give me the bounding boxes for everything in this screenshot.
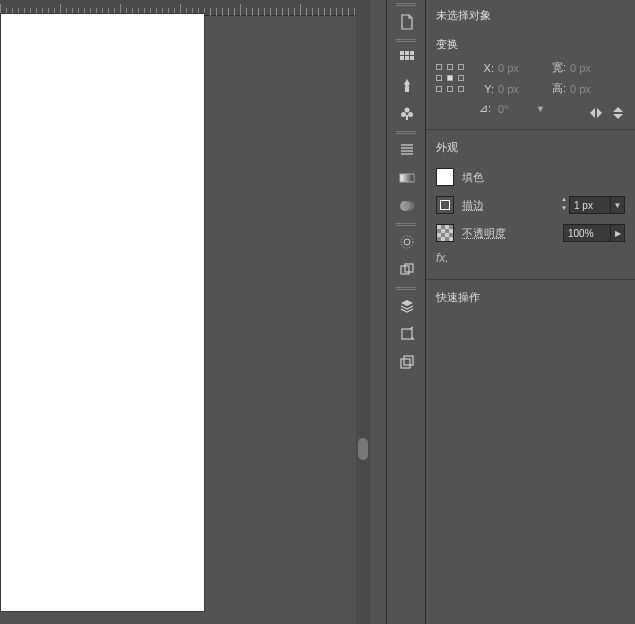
svg-rect-24	[404, 356, 413, 365]
artboard-canvas[interactable]	[0, 13, 205, 612]
brush-icon[interactable]	[387, 72, 427, 100]
width-label: 宽:	[546, 60, 566, 75]
svg-rect-10	[406, 115, 408, 120]
svg-point-17	[404, 201, 414, 211]
appearance-header: 外观	[426, 134, 635, 159]
height-input[interactable]: 0 px	[570, 83, 610, 95]
scrollbar-vertical[interactable]	[356, 0, 370, 624]
flip-horizontal-icon[interactable]	[589, 106, 603, 122]
no-selection-label: 未选择对象	[426, 0, 635, 31]
height-label: 高:	[546, 81, 566, 96]
layers-icon[interactable]	[387, 292, 427, 320]
opacity-input[interactable]: 100%	[563, 224, 611, 242]
y-label: Y:	[476, 83, 494, 95]
stroke-weight-input[interactable]: 1 px	[569, 196, 611, 214]
quick-actions-section	[426, 309, 635, 559]
flip-vertical-icon[interactable]	[611, 106, 625, 122]
strip-grip[interactable]	[387, 36, 425, 44]
svg-point-18	[404, 239, 410, 245]
svg-rect-6	[405, 86, 409, 92]
strip-grip[interactable]	[387, 284, 425, 292]
links-icon[interactable]	[387, 348, 427, 376]
transparency-icon[interactable]	[387, 192, 427, 220]
transform-section: X: 0 px 宽: 0 px Y: 0 px 高: 0 px ⊿: 0° ▼	[426, 56, 635, 125]
width-input[interactable]: 0 px	[570, 62, 610, 74]
svg-rect-5	[410, 56, 414, 60]
collapsed-panels-strip	[386, 0, 426, 624]
svg-rect-2	[410, 51, 414, 55]
strip-grip[interactable]	[387, 0, 425, 8]
artboard-icon[interactable]	[387, 320, 427, 348]
opacity-label[interactable]: 不透明度	[462, 226, 506, 241]
svg-rect-1	[405, 51, 409, 55]
stroke-label[interactable]: 描边	[462, 198, 484, 213]
fill-label: 填色	[462, 170, 484, 185]
svg-point-7	[405, 108, 410, 113]
svg-rect-15	[400, 174, 414, 182]
svg-rect-0	[400, 51, 404, 55]
stroke-swatch[interactable]	[436, 196, 454, 214]
symbol-club-icon[interactable]	[387, 100, 427, 128]
divider	[426, 279, 635, 280]
opacity-swatch[interactable]	[436, 224, 454, 242]
stroke-weight-dropdown[interactable]: ▼	[611, 196, 625, 214]
rotate-dropdown[interactable]: ▼	[536, 104, 545, 114]
swatches-icon[interactable]	[387, 44, 427, 72]
y-input[interactable]: 0 px	[498, 83, 538, 95]
strip-grip[interactable]	[387, 128, 425, 136]
x-input[interactable]: 0 px	[498, 62, 538, 74]
svg-point-8	[401, 112, 406, 117]
rotate-input[interactable]: 0°	[498, 103, 528, 115]
document-icon[interactable]	[387, 8, 427, 36]
fx-button[interactable]: fx.	[436, 247, 625, 267]
scrollbar-thumb[interactable]	[358, 438, 368, 460]
strip-grip[interactable]	[387, 220, 425, 228]
divider	[426, 129, 635, 130]
graphic-styles-icon[interactable]	[387, 256, 427, 284]
properties-panel: 未选择对象 变换 X: 0 px 宽: 0 px Y: 0 px 高: 0 px…	[426, 0, 635, 624]
transform-header: 变换	[426, 31, 635, 56]
appearance-sun-icon[interactable]	[387, 228, 427, 256]
svg-point-19	[401, 236, 413, 248]
svg-rect-22	[402, 329, 412, 339]
stroke-stepper[interactable]: ▲▼	[559, 196, 569, 214]
svg-point-9	[408, 112, 413, 117]
fill-swatch[interactable]	[436, 168, 454, 186]
gradient-icon[interactable]	[387, 164, 427, 192]
quick-actions-header: 快速操作	[426, 284, 635, 309]
paragraph-icon[interactable]	[387, 136, 427, 164]
svg-rect-3	[400, 56, 404, 60]
opacity-dropdown[interactable]: ▶	[611, 224, 625, 242]
reference-point-grid[interactable]	[436, 64, 464, 92]
appearance-section: 填色 描边 ▲▼ 1 px ▼ 不透明度 100% ▶ fx.	[426, 159, 635, 275]
rotate-icon: ⊿:	[476, 102, 494, 115]
x-label: X:	[476, 62, 494, 74]
svg-rect-23	[401, 359, 410, 368]
svg-rect-4	[405, 56, 409, 60]
canvas-area	[0, 0, 370, 624]
